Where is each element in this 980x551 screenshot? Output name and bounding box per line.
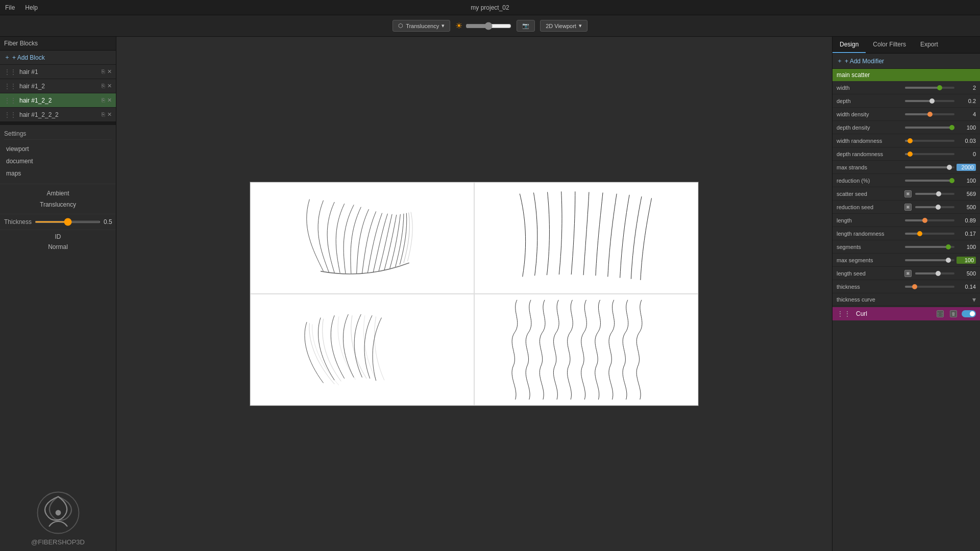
translucency-label: Translucency	[406, 23, 439, 29]
copy-icon-hair122[interactable]: ⎘	[102, 97, 105, 104]
sun-icon: ☀	[455, 21, 462, 31]
prop-slider-5[interactable]	[905, 153, 954, 155]
prop-row-11: length randomness 0.17	[832, 227, 980, 240]
prop-slider-13[interactable]	[905, 259, 954, 261]
prop-slider-12[interactable]	[905, 246, 954, 248]
prop-label-5: depth randomness	[837, 151, 903, 157]
fiber-item-hair1[interactable]: ⋮⋮ hair #1 ⎘ ✕	[0, 65, 116, 79]
settings-maps[interactable]: maps	[4, 168, 112, 179]
prop-slider-0[interactable]	[905, 87, 954, 89]
main-body: Fiber Blocks ＋ + Add Block ⋮⋮ hair #1 ⎘ …	[0, 37, 980, 551]
prop-val-13: 100	[957, 257, 976, 264]
copy-icon-hair1222[interactable]: ⎘	[102, 111, 105, 118]
curl-toggle[interactable]	[962, 310, 976, 317]
curl-delete-icon[interactable]: 🗑	[950, 310, 957, 317]
tab-export[interactable]: Export	[913, 37, 945, 53]
plus-icon-modifier: ＋	[837, 57, 843, 65]
fiber-item-hair122[interactable]: ⋮⋮ hair #1_2_2 ⎘ ✕	[0, 93, 116, 108]
curl-settings-icon[interactable]: ⋮⋮	[937, 310, 944, 317]
fiber-icons-hair1222: ⎘ ✕	[102, 111, 112, 118]
hair-preview-bl	[251, 294, 474, 405]
prop-slider-4[interactable]	[905, 140, 954, 142]
settings-viewport[interactable]: viewport	[4, 144, 112, 154]
add-modifier-button[interactable]: ＋ + Add Modifier	[832, 54, 980, 69]
prop-val-9: 500	[957, 204, 976, 210]
fiber-blocks-title: Fiber Blocks	[4, 40, 38, 47]
prop-label-8: scatter seed	[837, 191, 903, 197]
prop-slider-9[interactable]	[915, 206, 954, 208]
translucency-dropdown[interactable]: ⬡ Translucency ▾	[393, 20, 450, 32]
seed-icon-14[interactable]: ▣	[904, 270, 912, 277]
delete-icon-hair122[interactable]: ✕	[107, 97, 112, 104]
id-row: ID	[0, 232, 116, 241]
prop-slider-1[interactable]	[905, 100, 954, 102]
hair-preview-tr	[475, 183, 698, 293]
tab-design[interactable]: Design	[832, 37, 866, 53]
fiber-item-hair12[interactable]: ⋮⋮ hair #1_2 ⎘ ✕	[0, 79, 116, 93]
canvas-quadrant-tr	[474, 182, 698, 294]
brightness-slider[interactable]	[465, 22, 511, 30]
menu-help[interactable]: Help	[25, 4, 38, 11]
seed-icon-8[interactable]: ▣	[904, 190, 912, 197]
prop-val-14: 500	[957, 270, 976, 277]
prop-row-2: width density 4	[832, 108, 980, 121]
panel-sep-3	[0, 230, 116, 230]
fiber-icons-hair122: ⎘ ✕	[102, 97, 112, 104]
fiber-name-hair12: hair #1_2	[19, 83, 102, 90]
viewport-label: 2D Viewport	[546, 23, 576, 29]
tab-color-filters[interactable]: Color Filters	[866, 37, 913, 53]
prop-label-6: max strands	[837, 164, 903, 170]
prop-slider-10[interactable]	[905, 219, 954, 221]
prop-slider-8[interactable]	[915, 193, 954, 195]
prop-label-11: length randomness	[837, 231, 903, 237]
prop-label-14: length seed	[837, 270, 903, 277]
delete-icon-hair12[interactable]: ✕	[107, 83, 112, 89]
center-viewport	[116, 37, 832, 551]
prop-val-8: 569	[957, 191, 976, 197]
prop-slider-2[interactable]	[905, 113, 954, 115]
fiber-item-hair1222[interactable]: ⋮⋮ hair #1_2_2_2 ⎘ ✕	[0, 108, 116, 122]
prop-label-4: width randomness	[837, 138, 903, 144]
canvas-quadrant-bl	[250, 294, 474, 406]
thickness-slider[interactable]	[35, 221, 101, 223]
curl-drag-icon: ⋮⋮	[837, 310, 851, 318]
camera-btn[interactable]: 📷	[517, 20, 535, 32]
settings-document[interactable]: document	[4, 156, 112, 166]
panel-sep-2	[0, 214, 116, 214]
prop-label-1: depth	[837, 98, 903, 104]
prop-row-1: depth 0.2	[832, 94, 980, 108]
delete-icon-hair1222[interactable]: ✕	[107, 111, 112, 118]
thickness-curve-chevron[interactable]: ▾	[972, 295, 976, 304]
copy-icon-hair1[interactable]: ⎘	[102, 68, 105, 75]
prop-slider-7[interactable]	[905, 180, 954, 182]
prop-row-5: depth randomness 0	[832, 147, 980, 161]
viewport-dropdown[interactable]: 2D Viewport ▾	[540, 20, 587, 32]
thickness-curve-label: thickness curve	[837, 296, 972, 303]
prop-row-10: length 0.89	[832, 214, 980, 227]
prop-label-10: length	[837, 217, 903, 223]
thickness-curve-row[interactable]: thickness curve ▾	[832, 293, 980, 306]
ambient-section: Ambient Translucency	[0, 186, 116, 212]
menu-file[interactable]: File	[5, 4, 15, 11]
prop-row-0: width 2	[832, 81, 980, 94]
prop-slider-15[interactable]	[905, 286, 954, 288]
curl-modifier-bar[interactable]: ⋮⋮ Curl ⋮⋮ 🗑	[832, 307, 980, 320]
canvas-area[interactable]	[250, 182, 699, 406]
prop-slider-6[interactable]	[905, 166, 954, 168]
prop-row-13: max segments 100	[832, 254, 980, 267]
add-block-button[interactable]: ＋ + Add Block	[0, 51, 116, 65]
prop-row-14: length seed▣ 500	[832, 267, 980, 280]
settings-section: Settings viewport document maps	[0, 125, 116, 182]
delete-icon-hair1[interactable]: ✕	[107, 68, 112, 75]
prop-slider-14[interactable]	[915, 272, 954, 274]
prop-val-12: 100	[957, 244, 976, 250]
prop-slider-11[interactable]	[905, 233, 954, 235]
copy-icon-hair12[interactable]: ⎘	[102, 83, 105, 89]
prop-slider-3[interactable]	[905, 127, 954, 129]
fiber-name-hair1222: hair #1_2_2_2	[19, 111, 102, 118]
logo-text: @FIBERSHOP3D	[31, 538, 85, 546]
properties-container: width 2depth 0.2width density 4depth den…	[832, 81, 980, 293]
left-panel: Fiber Blocks ＋ + Add Block ⋮⋮ hair #1 ⎘ …	[0, 37, 116, 551]
thickness-label: Thickness	[4, 218, 32, 226]
seed-icon-9[interactable]: ▣	[904, 204, 912, 211]
